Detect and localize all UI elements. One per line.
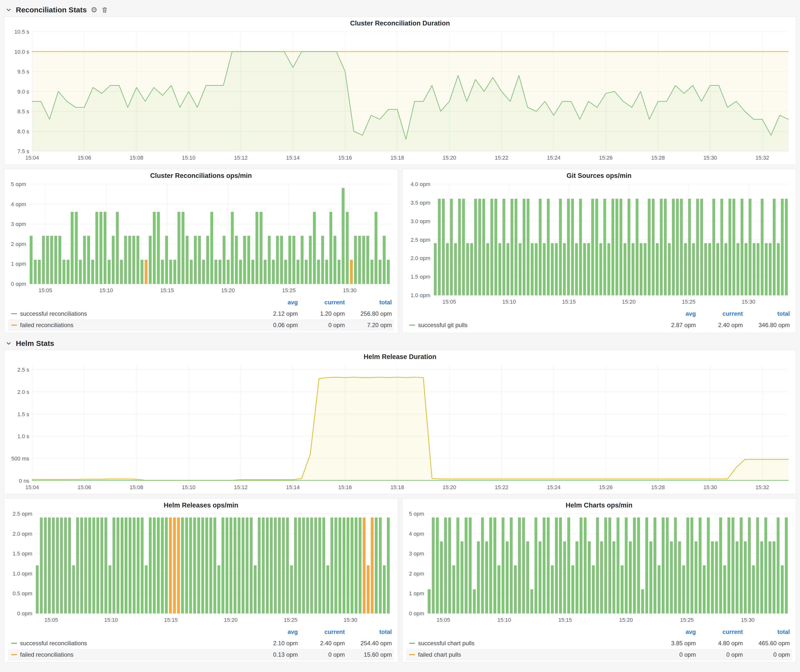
- legend-col-total[interactable]: total: [745, 310, 792, 317]
- legend-swatch: [409, 325, 415, 326]
- svg-text:1 opm: 1 opm: [409, 590, 424, 597]
- svg-text:8.5 s: 8.5 s: [17, 108, 29, 115]
- legend-col-current[interactable]: current: [698, 629, 745, 635]
- svg-text:15:16: 15:16: [338, 484, 352, 490]
- chart-git-sources-opm[interactable]: 15:0515:1015:1515:2015:2515:301.0 opm1.5…: [406, 181, 792, 307]
- svg-text:15:26: 15:26: [599, 484, 613, 490]
- legend-series-name[interactable]: successful reconciliations: [20, 640, 87, 647]
- svg-text:0.5 opm: 0.5 opm: [13, 590, 32, 597]
- svg-text:1.0 opm: 1.0 opm: [13, 571, 32, 577]
- legend-col-current[interactable]: current: [300, 629, 347, 635]
- legend-col-avg[interactable]: avg: [651, 310, 698, 317]
- section-title[interactable]: Reconciliation Stats: [16, 6, 87, 14]
- legend-value: 4.80 opm: [698, 640, 745, 647]
- legend-value: 346.80 opm: [745, 322, 792, 329]
- legend-value: 0 opm: [300, 651, 347, 658]
- legend-series-name[interactable]: failed reconciliations: [20, 322, 74, 329]
- legend-col-current[interactable]: current: [698, 310, 745, 317]
- svg-text:15:15: 15:15: [160, 287, 174, 293]
- legend-value: 2.10 opm: [253, 640, 300, 647]
- legend-value: 2.12 opm: [253, 310, 300, 317]
- svg-text:15:20: 15:20: [224, 617, 237, 623]
- legend-swatch: [409, 643, 415, 644]
- legend-value: 2.87 opm: [651, 322, 698, 329]
- chart-cluster-reconciliation-duration[interactable]: 15:0415:0615:0815:1015:1215:1415:1615:18…: [8, 28, 792, 163]
- grafana-dashboard: { "page": { "background": "#f4f5f5" }, "…: [0, 0, 800, 672]
- section-title[interactable]: Helm Stats: [16, 339, 54, 348]
- legend-row: failed reconciliations0.06 opm0 opm7.20 …: [8, 319, 394, 331]
- svg-text:9.0 s: 9.0 s: [17, 89, 29, 95]
- legend-value: 0 opm: [300, 322, 347, 329]
- svg-text:15:28: 15:28: [651, 484, 665, 490]
- legend-value: 7.20 opm: [347, 322, 394, 329]
- svg-text:0 opm: 0 opm: [17, 610, 32, 617]
- legend-series-name[interactable]: failed reconciliations: [20, 651, 74, 658]
- legend-value: 254.40 opm: [347, 640, 394, 647]
- svg-text:15:04: 15:04: [25, 484, 39, 490]
- legend-value: 0 opm: [651, 651, 698, 658]
- legend-row: successful reconciliations2.12 opm1.20 o…: [8, 308, 394, 319]
- svg-text:4 opm: 4 opm: [409, 531, 424, 537]
- legend-series-name[interactable]: failed chart pulls: [418, 651, 461, 658]
- svg-text:15:24: 15:24: [547, 155, 560, 161]
- legend-series-name[interactable]: successful chart pulls: [418, 640, 474, 647]
- panel-title[interactable]: Git Sources ops/min: [406, 172, 792, 180]
- legend-header: avgcurrenttotal: [8, 626, 394, 638]
- svg-text:15:15: 15:15: [562, 299, 576, 305]
- svg-text:7.5 s: 7.5 s: [17, 148, 29, 154]
- chart-helm-charts-opm[interactable]: 15:0515:1015:1515:2015:2515:300 opm1 opm…: [406, 510, 792, 625]
- legend-series-name[interactable]: successful git pulls: [418, 322, 467, 329]
- chart-helm-releases-opm[interactable]: 15:0515:1015:1515:2015:2515:300 opm0.5 o…: [8, 510, 394, 625]
- legend-col-avg[interactable]: avg: [253, 299, 300, 306]
- gear-icon[interactable]: ⚙: [91, 6, 98, 14]
- chart-svg[interactable]: 15:0415:0615:0815:1015:1215:1415:1615:18…: [8, 362, 792, 492]
- svg-text:15:05: 15:05: [437, 617, 450, 623]
- panel-title[interactable]: Helm Release Duration: [8, 353, 792, 361]
- svg-text:8.0 s: 8.0 s: [17, 128, 29, 134]
- legend-col-current[interactable]: current: [300, 299, 347, 306]
- chart-svg[interactable]: 15:0515:1015:1515:2015:2515:300 opm0.5 o…: [8, 510, 394, 625]
- chart-svg[interactable]: 15:0515:1015:1515:2015:2515:300 opm1 opm…: [406, 510, 792, 625]
- svg-text:5 opm: 5 opm: [409, 511, 424, 517]
- chart-cluster-reconciliations-opm[interactable]: 15:0515:1015:1515:2015:2515:300 opm1 opm…: [8, 181, 394, 295]
- svg-text:15:20: 15:20: [619, 617, 633, 623]
- chart-svg[interactable]: 15:0515:1015:1515:2015:2515:301.0 opm1.5…: [406, 181, 792, 307]
- svg-text:15:06: 15:06: [77, 484, 91, 490]
- trash-icon[interactable]: [101, 7, 108, 13]
- panel-title[interactable]: Cluster Reconciliation Duration: [8, 19, 792, 27]
- legend-value: 256.80 opm: [347, 310, 394, 317]
- legend-value: 0 opm: [745, 651, 792, 658]
- svg-text:5 opm: 5 opm: [11, 181, 26, 187]
- legend-value: 1.20 opm: [300, 310, 347, 317]
- panel-title[interactable]: Cluster Reconciliations ops/min: [8, 172, 394, 180]
- svg-text:15:30: 15:30: [343, 287, 357, 293]
- svg-text:15:04: 15:04: [25, 155, 39, 161]
- legend-series-name[interactable]: successful reconciliations: [20, 310, 87, 317]
- legend-header: avgcurrenttotal: [406, 308, 792, 319]
- chart-svg[interactable]: 15:0515:1015:1515:2015:2515:300 opm1 opm…: [8, 181, 394, 295]
- legend-value: 15.60 opm: [347, 651, 394, 658]
- panel-title[interactable]: Helm Charts ops/min: [406, 502, 792, 509]
- legend-col-total[interactable]: total: [347, 299, 394, 306]
- legend-col-avg[interactable]: avg: [253, 629, 300, 635]
- chevron-down-icon[interactable]: [5, 340, 12, 347]
- legend-value: 2.40 opm: [698, 322, 745, 329]
- svg-text:10.5 s: 10.5 s: [14, 29, 29, 35]
- svg-text:2 opm: 2 opm: [11, 241, 26, 247]
- legend-row: successful git pulls2.87 opm2.40 opm346.…: [406, 319, 792, 331]
- legend-value: 3.85 opm: [651, 640, 698, 647]
- svg-text:15:25: 15:25: [680, 617, 694, 623]
- chart-svg[interactable]: 15:0415:0615:0815:1015:1215:1415:1615:18…: [8, 28, 792, 163]
- svg-text:15:12: 15:12: [234, 155, 248, 161]
- legend-col-total[interactable]: total: [745, 629, 792, 635]
- svg-text:15:08: 15:08: [130, 484, 143, 490]
- chevron-down-icon[interactable]: [5, 7, 12, 13]
- legend-col-total[interactable]: total: [347, 629, 394, 635]
- legend-col-avg[interactable]: avg: [651, 629, 698, 635]
- legend-value: 0.13 opm: [253, 651, 300, 658]
- panel-title[interactable]: Helm Releases ops/min: [8, 502, 394, 509]
- legend-header: avgcurrenttotal: [406, 626, 792, 638]
- chart-helm-release-duration[interactable]: 15:0415:0615:0815:1015:1215:1415:1615:18…: [8, 362, 792, 492]
- svg-text:2 opm: 2 opm: [409, 571, 424, 577]
- svg-text:4.0 opm: 4.0 opm: [411, 181, 430, 187]
